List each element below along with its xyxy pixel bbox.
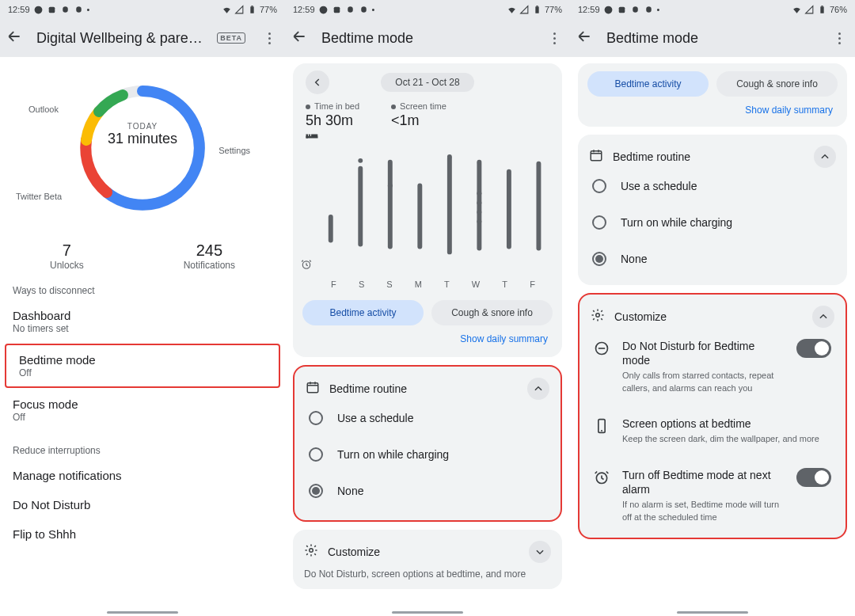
nav-handle[interactable] (677, 611, 748, 614)
battery-pct: 76% (830, 5, 847, 14)
radio-icon (592, 179, 606, 193)
row-dnd-bedtime[interactable]: Do Not Disturb for Bedtime mode Only cal… (591, 328, 834, 405)
battery-icon (247, 5, 257, 15)
svg-point-25 (477, 200, 481, 205)
slack-icon (332, 5, 342, 15)
messenger-icon (603, 5, 614, 15)
bedtime-routine-card: Bedtime routine Use a schedule Turn on w… (293, 365, 562, 522)
status-bar: 12:59 • 76% (570, 0, 855, 19)
option-none[interactable]: None (589, 241, 836, 277)
battery-icon (817, 5, 827, 15)
screenshot-2: 12:59 • 77% Bedtime mode Oct 21 - Oct 28 (285, 0, 570, 616)
collapse-button[interactable] (814, 146, 836, 168)
show-daily-summary-link[interactable]: Show daily summary (302, 325, 553, 348)
option-use-schedule[interactable]: Use a schedule (589, 168, 836, 204)
time-in-bed-metric: Time in bed 5h 30m (306, 101, 359, 143)
clock: 12:59 (293, 5, 315, 14)
usage-donut-chart[interactable]: TODAY 31 minutes Outlook Settings Twitte… (0, 57, 285, 235)
tab-cough-snore[interactable]: Cough & snore info (431, 300, 553, 325)
option-none[interactable]: None (306, 473, 549, 509)
alarm-icon (301, 259, 312, 273)
row-manage-notifications[interactable]: Manage notifications (0, 461, 285, 490)
more-notif: • (87, 5, 90, 14)
donut-label-twitter: Twitter Beta (16, 192, 62, 201)
signal-icon (804, 5, 815, 15)
notifications-stat[interactable]: 245 Notifications (184, 241, 235, 271)
game-icon (345, 5, 355, 15)
date-range-chip[interactable]: Oct 21 - Oct 28 (381, 73, 473, 92)
status-bar: 12:59 • 77% (285, 0, 570, 19)
option-use-schedule[interactable]: Use a schedule (306, 400, 549, 436)
activity-card: Oct 21 - Oct 28 Time in bed 5h 30m Scree… (293, 63, 562, 357)
row-flip-to-shhh[interactable]: Flip to Shhh (0, 519, 285, 549)
svg-rect-35 (821, 6, 823, 6)
app-bar: Bedtime mode (285, 19, 570, 57)
customize-card-collapsed[interactable]: Customize Do Not Disturb, screen options… (293, 530, 562, 589)
toggle-dnd[interactable] (796, 339, 831, 358)
option-while-charging[interactable]: Turn on while charging (589, 204, 836, 241)
clock: 12:59 (578, 5, 600, 14)
svg-rect-10 (306, 135, 309, 139)
gear-icon (591, 308, 605, 325)
nav-handle[interactable] (107, 611, 178, 614)
bed-icon (306, 129, 318, 143)
svg-rect-8 (536, 6, 538, 6)
unlocks-stat[interactable]: 7 Unlocks (50, 241, 84, 271)
overflow-menu-icon[interactable] (260, 29, 279, 48)
radio-icon (592, 215, 606, 230)
row-bedtime-mode[interactable]: Bedtime mode Off (5, 344, 280, 388)
collapse-button[interactable] (812, 306, 834, 328)
toggle-alarm-off[interactable] (796, 468, 831, 487)
overflow-menu-icon[interactable] (545, 29, 564, 48)
svg-point-31 (310, 549, 314, 553)
collapse-button[interactable] (527, 378, 549, 400)
beta-badge: BETA (217, 32, 245, 44)
calendar-icon (306, 380, 320, 397)
back-icon[interactable] (291, 29, 307, 48)
expand-button[interactable] (529, 541, 551, 563)
game-icon (630, 5, 640, 15)
row-do-not-disturb[interactable]: Do Not Disturb (0, 490, 285, 519)
wifi-icon (222, 5, 232, 15)
back-icon[interactable] (576, 29, 592, 48)
show-daily-summary-link[interactable]: Show daily summary (587, 97, 838, 119)
tab-cough-snore[interactable]: Cough & snore info (716, 71, 838, 97)
back-icon[interactable] (6, 29, 22, 48)
row-focus-mode[interactable]: Focus mode Off (0, 390, 285, 431)
overflow-menu-icon[interactable] (830, 29, 849, 48)
signal-icon (234, 5, 245, 15)
game-icon (644, 5, 654, 15)
svg-point-26 (477, 210, 481, 215)
page-title: Bedtime mode (606, 30, 815, 47)
page-title: Digital Wellbeing & pare… (36, 30, 203, 47)
donut-total-time: 31 minutes (108, 131, 177, 147)
signal-icon (519, 5, 530, 15)
radio-icon (309, 447, 323, 462)
gear-icon (304, 543, 318, 561)
nav-handle[interactable] (392, 611, 463, 614)
row-dashboard[interactable]: Dashboard No timers set (0, 301, 285, 342)
row-screen-options[interactable]: Screen options at bedtime Keep the scree… (591, 405, 834, 457)
svg-point-27 (477, 219, 481, 224)
bedtime-chart[interactable]: F S S M T W T F (302, 150, 553, 292)
radio-icon (309, 411, 323, 425)
svg-point-23 (477, 160, 481, 165)
battery-icon (532, 5, 542, 15)
battery-pct: 77% (545, 5, 562, 14)
prev-week-button[interactable] (306, 70, 329, 94)
status-bar: 12:59 • 77% (0, 0, 285, 19)
game-icon (359, 5, 369, 15)
donut-label-settings: Settings (218, 146, 250, 155)
tab-bedtime-activity[interactable]: Bedtime activity (587, 71, 709, 97)
radio-icon-selected (309, 484, 323, 498)
messenger-icon (33, 5, 44, 15)
option-while-charging[interactable]: Turn on while charging (306, 436, 549, 473)
app-bar: Bedtime mode (570, 19, 855, 57)
tab-bedtime-activity[interactable]: Bedtime activity (302, 300, 424, 325)
row-turn-off-at-alarm[interactable]: Turn off Bedtime mode at next alarm If n… (591, 457, 834, 534)
svg-rect-1 (48, 6, 55, 13)
app-bar: Digital Wellbeing & pare… BETA (0, 19, 285, 57)
messenger-icon (318, 5, 329, 15)
donut-label-outlook: Outlook (28, 105, 59, 114)
routine-title: Bedtime routine (329, 382, 518, 395)
